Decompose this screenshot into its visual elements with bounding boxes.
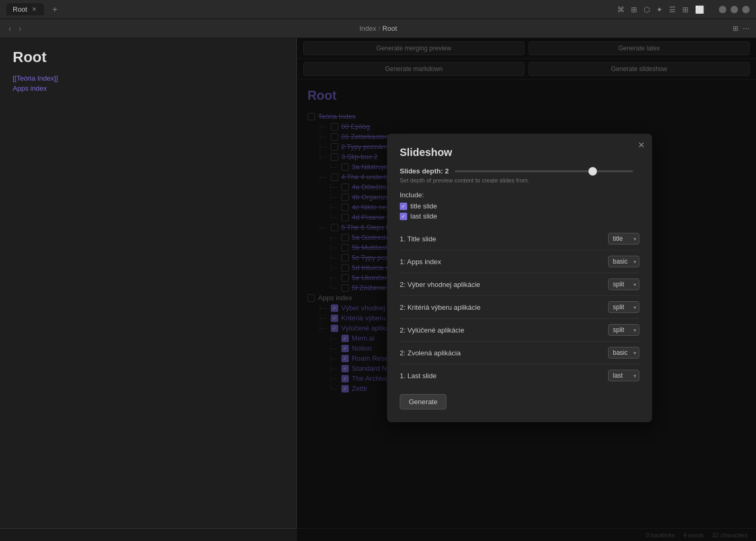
slide-type-select-wrap: titlebasicsplitlast — [608, 370, 639, 381]
slide-type-select[interactable]: titlebasicsplitlast — [608, 301, 639, 313]
slide-name: 2: Výber vhodnej aplikácie — [400, 281, 480, 289]
generate-button[interactable]: Generate — [400, 394, 446, 409]
slide-row: 1. Last slidetitlebasicsplitlast — [400, 364, 639, 387]
slider-thumb[interactable] — [588, 167, 597, 176]
slide-type-select-wrap: titlebasicsplitlast — [608, 278, 639, 290]
titlebar-icons: ⌘ ⊞ ⬡ ✦ ☰ ⊞ ⬜ — [617, 5, 750, 14]
slideshow-modal: ✕ Slideshow Slides depth: 2 Set depth of… — [387, 134, 652, 422]
slide-type-select-wrap: titlebasicsplitlast — [608, 347, 639, 359]
close-button[interactable] — [742, 6, 750, 13]
depth-label: Slides depth: 2 — [400, 167, 449, 175]
nav-icon[interactable]: ⌘ — [617, 5, 625, 14]
slide-name: 1. Last slide — [400, 372, 436, 380]
layout-icon[interactable]: ⊞ — [631, 5, 637, 14]
depth-section: Slides depth: 2 Set depth of preview con… — [400, 167, 639, 184]
teoria-index-link[interactable]: [[Teória Index]] — [13, 74, 284, 82]
breadcrumb: Index / Root — [28, 24, 728, 32]
apps-index-link[interactable]: Apps index — [13, 84, 284, 92]
slide-type-select[interactable]: titlebasicsplitlast — [608, 278, 639, 290]
breadcrumb-index[interactable]: Index — [359, 24, 376, 32]
breadcrumb-root[interactable]: Root — [382, 24, 397, 32]
tab-close-icon[interactable]: ✕ — [30, 6, 38, 13]
include-section: Include: title slide last slide — [400, 191, 639, 220]
window-controls — [719, 6, 750, 13]
link-icon[interactable]: ⬡ — [644, 5, 650, 14]
toolbar: ‹ › Index / Root ⊞ ⋯ — [0, 19, 756, 38]
slide-row: 1. Title slidetitlebasicsplitlast — [400, 228, 639, 250]
breadcrumb-sep: / — [379, 24, 381, 32]
slide-type-select-wrap: titlebasicsplitlast — [608, 301, 639, 313]
slide-type-select[interactable]: titlebasicsplitlast — [608, 370, 639, 381]
modal-close-button[interactable]: ✕ — [638, 140, 645, 150]
layout-toggle-icon[interactable]: ⊞ — [733, 24, 739, 32]
depth-slider[interactable] — [455, 170, 633, 172]
slide-name: 2: Kritériá výberu aplikácie — [400, 303, 480, 311]
slide-name: 1: Apps index — [400, 258, 441, 266]
current-tab[interactable]: Root ✕ — [6, 3, 44, 15]
slide-row: 1: Apps indextitlebasicsplitlast — [400, 250, 639, 273]
tab-title: Root — [13, 5, 27, 13]
left-panel: Root [[Teória Index]] Apps index — [0, 38, 297, 541]
forward-button[interactable]: › — [16, 23, 23, 34]
slide-type-select[interactable]: titlebasicsplitlast — [608, 233, 639, 245]
minimize-button[interactable] — [719, 6, 726, 13]
toolbar-right: ⊞ ⋯ — [733, 24, 750, 32]
titlebar: Root ✕ + ⌘ ⊞ ⬡ ✦ ☰ ⊞ ⬜ — [0, 0, 756, 19]
slide-name: 2: Vylúčené aplikácie — [400, 326, 464, 334]
slide-row: 2: Zvolená aplikáciatitlebasicsplitlast — [400, 342, 639, 364]
tag-icon[interactable]: ✦ — [656, 5, 663, 14]
new-tab-button[interactable]: + — [48, 3, 61, 16]
modal-title: Slideshow — [400, 146, 639, 159]
title-slide-checkbox[interactable] — [400, 203, 407, 210]
doc-icon[interactable]: ⬜ — [695, 5, 704, 14]
back-button[interactable]: ‹ — [6, 23, 13, 34]
slide-type-select[interactable]: titlebasicsplitlast — [608, 347, 639, 359]
maximize-button[interactable] — [731, 6, 738, 13]
slide-name: 1. Title slide — [400, 235, 436, 243]
slide-type-select-wrap: titlebasicsplitlast — [608, 256, 639, 267]
slide-type-select[interactable]: titlebasicsplitlast — [608, 256, 639, 267]
last-slide-label: last slide — [410, 212, 437, 220]
calendar-icon[interactable]: ⊞ — [682, 5, 689, 14]
last-slide-checkbox-row: last slide — [400, 212, 639, 220]
slide-row: 2: Vylúčené aplikácietitlebasicsplitlast — [400, 319, 639, 342]
slide-name: 2: Zvolená aplikácia — [400, 349, 461, 357]
right-panel: Generate merging preview Generate latex … — [297, 38, 756, 541]
more-menu-icon[interactable]: ⋯ — [743, 24, 750, 32]
last-slide-checkbox[interactable] — [400, 213, 407, 220]
doc-title: Root — [13, 49, 284, 66]
slide-type-select[interactable]: titlebasicsplitlast — [608, 324, 639, 336]
toolbar-nav: ‹ › — [6, 23, 24, 34]
slides-container: 1. Title slidetitlebasicsplitlast1: Apps… — [400, 228, 639, 387]
depth-hint: Set depth of preview content to create s… — [400, 177, 639, 184]
list-icon[interactable]: ☰ — [669, 5, 676, 14]
title-slide-label: title slide — [410, 202, 437, 210]
main-layout: Root [[Teória Index]] Apps index Generat… — [0, 38, 756, 541]
slide-type-select-wrap: titlebasicsplitlast — [608, 233, 639, 245]
slide-type-select-wrap: titlebasicsplitlast — [608, 324, 639, 336]
title-slide-checkbox-row: title slide — [400, 202, 639, 210]
include-label: Include: — [400, 191, 639, 199]
modal-overlay: ✕ Slideshow Slides depth: 2 Set depth of… — [297, 38, 756, 541]
slide-row: 2: Výber vhodnej aplikácietitlebasicspli… — [400, 273, 639, 296]
slide-row: 2: Kritériá výberu aplikácietitlebasicsp… — [400, 296, 639, 319]
